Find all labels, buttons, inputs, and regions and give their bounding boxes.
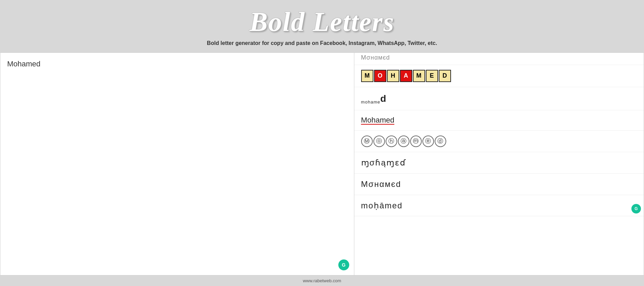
result-text: Mσнαмєd [361,179,401,189]
list-item[interactable]: M O H A M E D [354,65,644,87]
result-text: Mσнαмєd [361,54,390,61]
scrabble-tile: D [439,70,451,82]
circled-display: Ⓜ ⓞ ⓗ ⓐ ⓜ ⓔ ⓓ [361,136,637,147]
circle-letter: ⓜ [410,136,422,147]
results-panel[interactable]: Mσнαмєd M O H A M E D mohamed Mohamed [354,52,644,275]
scrabble-tile: A [400,70,412,82]
result-text: moḥāmed [361,201,403,210]
list-item[interactable]: Mσнαмєd [354,174,644,195]
footer-url: www.rabetweb.com [303,278,341,283]
circle-letter: ⓞ [373,136,385,147]
circle-letter: ⓓ [435,136,446,147]
list-item[interactable]: moḥāmed [354,195,644,217]
text-input[interactable]: Mohamed [7,60,347,189]
scrabble-display: M O H A M E D [361,70,637,82]
circle-letter: Ⓜ [361,136,373,147]
grammarly-icon[interactable]: G [338,259,349,270]
list-item[interactable]: Mσнαмєd [354,53,644,65]
main-content: Mohamed G Mσнαмєd M O H A M E D mohamed [0,52,644,275]
result-text: ɱσɦąɱɛɗ [361,158,406,167]
scrabble-tile: O [374,70,386,82]
circle-letter: ⓔ [422,136,434,147]
site-title: Bold Letters [249,7,395,37]
list-item[interactable]: mohamed [354,87,644,110]
header: Bold Letters Bold letter generator for c… [0,0,644,52]
site-subtitle: Bold letter generator for copy and paste… [207,40,437,46]
list-item[interactable]: Mohamed [354,110,644,131]
footer: www.rabetweb.com [0,275,644,286]
circle-letter: ⓐ [398,136,409,147]
input-panel: Mohamed G [0,52,354,275]
scrabble-tile: E [426,70,438,82]
list-item[interactable]: ɱσɦąɱɛɗ [354,152,644,174]
circle-letter: ⓗ [386,136,397,147]
scrabble-tile: H [387,70,399,82]
scrabble-tile: M [361,70,373,82]
result-text: mohamed [361,96,387,103]
scrabble-tile: M [413,70,425,82]
list-item[interactable]: Ⓜ ⓞ ⓗ ⓐ ⓜ ⓔ ⓓ [354,131,644,152]
result-text: Mohamed [361,116,395,124]
